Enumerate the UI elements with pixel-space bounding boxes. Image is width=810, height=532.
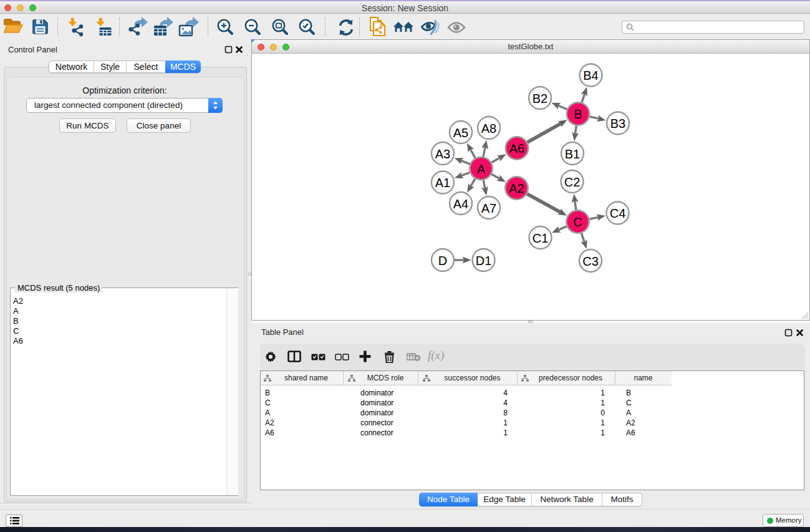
svg-text:A6: A6 xyxy=(509,142,524,155)
svg-text:D: D xyxy=(438,254,447,268)
svg-text:B2: B2 xyxy=(533,92,547,105)
svg-text:C: C xyxy=(573,215,582,229)
svg-text:C2: C2 xyxy=(564,175,581,189)
svg-text:A: A xyxy=(477,162,486,176)
svg-text:A8: A8 xyxy=(481,122,496,135)
svg-text:C1: C1 xyxy=(533,231,549,245)
svg-text:A7: A7 xyxy=(481,201,496,215)
svg-text:A4: A4 xyxy=(453,197,468,211)
svg-text:C4: C4 xyxy=(610,206,626,220)
svg-text:A2: A2 xyxy=(509,181,524,195)
svg-text:D1: D1 xyxy=(476,254,492,268)
svg-text:A3: A3 xyxy=(435,147,450,161)
svg-text:A5: A5 xyxy=(453,126,468,140)
svg-text:B4: B4 xyxy=(583,69,598,82)
svg-text:B3: B3 xyxy=(610,117,625,130)
svg-text:C3: C3 xyxy=(582,254,599,268)
svg-text:B1: B1 xyxy=(565,147,580,161)
svg-text:B: B xyxy=(574,107,582,121)
svg-text:A1: A1 xyxy=(435,176,450,190)
